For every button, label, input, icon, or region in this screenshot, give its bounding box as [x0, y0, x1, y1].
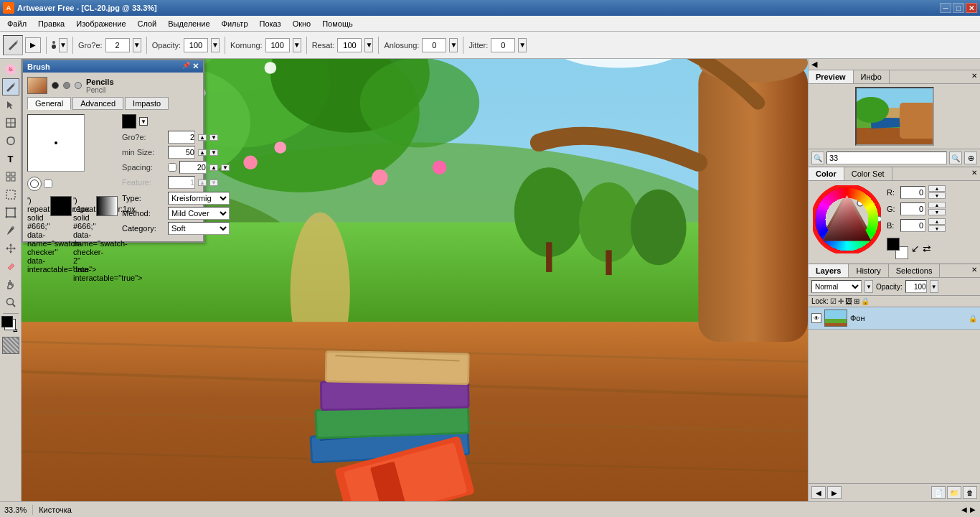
- brush-panel-close[interactable]: ✕: [192, 62, 199, 71]
- fg-color-indicator[interactable]: [887, 238, 900, 251]
- anlosung-dropdown[interactable]: ▼: [449, 38, 458, 52]
- tool-hand[interactable]: [2, 276, 19, 293]
- lock-image-icon[interactable]: 🖼: [845, 297, 852, 305]
- dot-small[interactable]: [52, 41, 55, 44]
- scroll-right-btn[interactable]: ▶: [970, 506, 976, 513]
- tool-move[interactable]: [2, 240, 19, 257]
- tab-preview[interactable]: Preview: [809, 70, 854, 83]
- g-input[interactable]: [900, 202, 925, 215]
- minimize-button[interactable]: ─: [940, 3, 951, 13]
- layer-nav-left[interactable]: ◀: [811, 486, 826, 499]
- dot-medium[interactable]: [52, 45, 56, 49]
- minsize-spin-up[interactable]: ▲: [198, 149, 207, 156]
- tool-brush[interactable]: [2, 78, 19, 96]
- tool-warp[interactable]: [2, 204, 19, 221]
- method-select[interactable]: Mild Cover: [168, 207, 230, 220]
- b-input[interactable]: [900, 219, 925, 232]
- opacity-dropdown[interactable]: ▼: [211, 38, 220, 52]
- r-input[interactable]: [900, 186, 925, 199]
- reset-colors-icon[interactable]: ↙: [911, 243, 920, 254]
- layer-visibility[interactable]: 👁: [811, 313, 821, 323]
- b-up[interactable]: ▲: [928, 218, 946, 225]
- swap-colors-icon[interactable]: ⇄: [13, 327, 20, 335]
- menu-select[interactable]: Выделение: [162, 18, 215, 29]
- new-layer-btn[interactable]: 📄: [931, 486, 946, 499]
- fg-color-box[interactable]: [1, 316, 13, 327]
- menu-window[interactable]: Окно: [287, 18, 317, 29]
- layer-folder-btn[interactable]: 📁: [947, 486, 961, 499]
- tool-select[interactable]: [2, 96, 19, 113]
- zoom-in-btn[interactable]: ⊕: [964, 152, 977, 164]
- spacing-spin-up[interactable]: ▲: [209, 164, 218, 171]
- delete-layer-btn[interactable]: 🗑: [963, 486, 977, 499]
- swap-colors-btn[interactable]: ⇄: [923, 243, 931, 254]
- minsize-spin-down[interactable]: ▼: [209, 149, 218, 156]
- feature-spin-down[interactable]: ▼: [209, 180, 218, 186]
- layers-close-btn[interactable]: ✕: [969, 264, 980, 277]
- preview-close-btn[interactable]: ✕: [969, 70, 980, 83]
- tab-info[interactable]: Инфо: [854, 70, 890, 83]
- tool-text[interactable]: T: [2, 150, 19, 167]
- brush-panel-pin[interactable]: 📌: [182, 62, 190, 71]
- tab-colorset[interactable]: Color Set: [844, 167, 892, 180]
- tool-lasso[interactable]: [2, 132, 19, 149]
- layer-item[interactable]: 👁 Фон 🔒: [809, 307, 980, 330]
- scroll-left-btn[interactable]: ◀: [961, 506, 967, 513]
- feature-spin-up[interactable]: ▲: [198, 180, 207, 186]
- opacity-value-input[interactable]: [905, 280, 927, 293]
- layer-nav-right[interactable]: ▶: [827, 486, 842, 499]
- color-wheel[interactable]: [813, 185, 881, 253]
- jitter-input[interactable]: [491, 38, 515, 52]
- brush-size-dropdown[interactable]: ▼: [133, 38, 141, 52]
- resat-dropdown[interactable]: ▼: [364, 38, 373, 52]
- titlebar-controls[interactable]: ─ □ ✕: [940, 3, 977, 13]
- search-icon[interactable]: 🔍: [811, 152, 824, 164]
- swatch-gradient[interactable]: [96, 196, 118, 216]
- brush-tool-icon[interactable]: [3, 35, 23, 55]
- category-select[interactable]: Soft: [168, 222, 230, 235]
- zoom-out-btn[interactable]: 🔍: [949, 152, 962, 164]
- feature-value-input[interactable]: [168, 176, 195, 189]
- brush-checkbox[interactable]: [44, 180, 52, 188]
- tab-history[interactable]: History: [849, 264, 888, 277]
- tool-special[interactable]: 🌸: [2, 60, 19, 78]
- arrow-tool-icon[interactable]: ▶: [25, 37, 41, 53]
- b-down[interactable]: ▼: [928, 225, 946, 232]
- kornung-dropdown[interactable]: ▼: [293, 38, 301, 52]
- minsize-value-input[interactable]: [168, 146, 195, 159]
- menu-file[interactable]: Файл: [1, 18, 32, 29]
- anlosung-input[interactable]: [422, 38, 446, 52]
- brush-tab-general[interactable]: General: [27, 97, 71, 110]
- brush-color-box[interactable]: [122, 114, 136, 129]
- texture-selector[interactable]: [2, 337, 19, 354]
- menu-image[interactable]: Изображение: [70, 18, 131, 29]
- panel-header-expand[interactable]: ◀: [811, 60, 817, 69]
- spacing-checkbox[interactable]: [168, 163, 176, 172]
- tab-layers[interactable]: Layers: [809, 264, 849, 277]
- lock-move-icon[interactable]: ✛: [838, 297, 844, 305]
- swatch-black[interactable]: [50, 196, 72, 216]
- maximize-button[interactable]: □: [953, 3, 964, 13]
- tool-grid[interactable]: [2, 168, 19, 185]
- tool-zoom[interactable]: [2, 294, 19, 311]
- r-down[interactable]: ▼: [928, 192, 946, 199]
- lock-all-icon[interactable]: 🔒: [861, 297, 870, 305]
- search-input[interactable]: [826, 152, 947, 164]
- opacity-dropdown[interactable]: ▼: [930, 280, 938, 293]
- tool-eyedropper[interactable]: [2, 222, 19, 239]
- menu-view[interactable]: Показ: [254, 18, 287, 29]
- tool-transform[interactable]: [2, 114, 19, 131]
- spacing-value-input[interactable]: [179, 161, 207, 174]
- layer-mode-select[interactable]: Normal: [811, 280, 862, 293]
- dot-size-selector[interactable]: [52, 41, 56, 49]
- spacing-spin-down[interactable]: ▼: [221, 164, 230, 171]
- size-spin-down[interactable]: ▼: [209, 134, 218, 141]
- type-select[interactable]: Kreisformig: [168, 192, 230, 205]
- r-up[interactable]: ▲: [928, 185, 946, 192]
- size-value-input[interactable]: [168, 131, 195, 144]
- jitter-dropdown[interactable]: ▼: [518, 38, 527, 52]
- tool-eraser[interactable]: [2, 258, 19, 275]
- opacity-input[interactable]: [184, 38, 208, 52]
- tool-crop[interactable]: [2, 186, 19, 203]
- size-dropdown[interactable]: ▼: [59, 38, 67, 52]
